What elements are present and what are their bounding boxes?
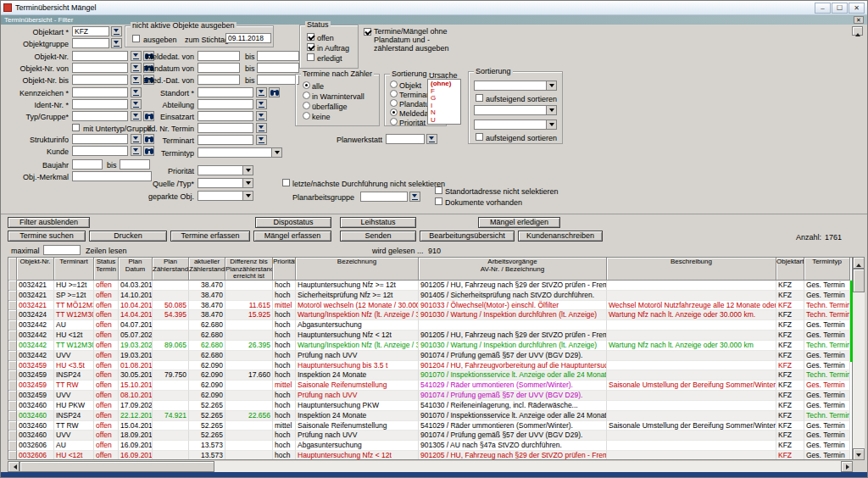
- grid-vertical-scrollbar[interactable]: [853, 257, 865, 460]
- row-selector[interactable]: [8, 351, 17, 361]
- row-selector[interactable]: [8, 310, 17, 320]
- termintyp-select[interactable]: [198, 147, 282, 158]
- scroll-down-icon[interactable]: [853, 448, 865, 460]
- ursache-item[interactable]: U: [431, 117, 458, 125]
- close-icon[interactable]: ✕: [849, 3, 865, 14]
- status-erledigt-checkbox[interactable]: [307, 53, 314, 61]
- meldedat-von-input[interactable]: [198, 51, 240, 61]
- dispostatus-button[interactable]: Dispostatus: [255, 217, 331, 228]
- objektgruppe-input[interactable]: [72, 38, 109, 48]
- grid-column-header[interactable]: Beschreibung: [607, 258, 776, 281]
- table-row[interactable]: 0032424TT W12M30offen14.04.201854.39538.…: [8, 310, 852, 320]
- ursache-listbox[interactable]: (ohne) F G I N U: [427, 79, 461, 125]
- grid-column-header[interactable]: Plan Datum: [119, 258, 153, 281]
- drucken-button[interactable]: Drucken: [89, 231, 167, 242]
- grid-column-header[interactable]: Differenz bis Planzählerstand erreicht i…: [225, 258, 273, 281]
- baujahr-von-input[interactable]: [72, 159, 103, 170]
- filter-ausblenden-button[interactable]: Filter ausblenden: [8, 217, 90, 228]
- status-in-auftrag-checkbox[interactable]: [307, 43, 314, 51]
- planwerkstatt-input[interactable]: [386, 134, 425, 144]
- sort-objekt-radio[interactable]: [390, 81, 398, 88]
- row-selector[interactable]: [8, 331, 17, 341]
- row-selector[interactable]: [8, 421, 17, 431]
- grid-column-header[interactable]: Priorität: [273, 258, 296, 281]
- lfd-nr-termin-dropdown-icon[interactable]: [256, 123, 267, 133]
- erled-dat-bis-input[interactable]: [257, 75, 299, 85]
- table-row[interactable]: 0032459HU <3.5toffen01.08.201862.090hoch…: [8, 361, 852, 371]
- objekt-nr-input[interactable]: [72, 51, 128, 61]
- row-selector[interactable]: [8, 451, 17, 460]
- filter-scroll-up-icon[interactable]: [852, 26, 863, 36]
- row-selector[interactable]: [8, 441, 17, 451]
- horizontal-scroll-thumb[interactable]: [19, 461, 214, 472]
- row-selector[interactable]: [8, 401, 17, 411]
- table-row[interactable]: 0032442UVVoffen19.03.201962.680hochPrüfu…: [8, 351, 852, 361]
- standortadresse-checkbox[interactable]: [435, 186, 442, 194]
- meldedat-bis-input[interactable]: [257, 51, 299, 61]
- scroll-right-icon[interactable]: [841, 461, 853, 472]
- table-row[interactable]: 0032460TT RWoffen15.04.201952.265mittelS…: [8, 421, 852, 431]
- table-row[interactable]: 0032460INSP24offen22.12.201874.92152.265…: [8, 411, 852, 421]
- dokumente-checkbox[interactable]: [435, 197, 442, 205]
- mit-untertyp-checkbox[interactable]: [72, 124, 80, 131]
- row-selector[interactable]: [8, 291, 17, 301]
- table-row[interactable]: 0032606HU <12toffen16.09.201813.573hochH…: [8, 451, 852, 460]
- letzte-naechste-checkbox[interactable]: [282, 179, 290, 186]
- sort-meldedatum-radio[interactable]: [390, 108, 398, 116]
- zaehler-warnintervall-radio[interactable]: [303, 92, 310, 99]
- einsatzart-input[interactable]: [198, 111, 253, 121]
- row-selector[interactable]: [8, 341, 17, 351]
- plandatum-bis-input[interactable]: [257, 63, 299, 73]
- einsatzart-dropdown-icon[interactable]: [256, 111, 267, 121]
- standort-input[interactable]: [198, 87, 253, 97]
- geparkte-obj-select[interactable]: [198, 191, 253, 201]
- standort-search-icon[interactable]: [269, 87, 280, 97]
- objekt-nr-bis-input[interactable]: [72, 75, 128, 85]
- termine-erfassen-button[interactable]: Termine erfassen: [170, 231, 250, 242]
- table-row[interactable]: 0032606AUoffen16.09.201913.573hochAbgasu…: [8, 441, 852, 451]
- standort-dropdown-icon[interactable]: [256, 87, 267, 97]
- lfd-nr-termin-input[interactable]: [198, 123, 253, 133]
- abteilung-dropdown-icon[interactable]: [256, 99, 267, 109]
- row-selector[interactable]: [8, 411, 17, 421]
- grid-column-header[interactable]: Plan Zählerstand: [153, 258, 189, 281]
- grid-column-header[interactable]: Terminart: [54, 258, 94, 281]
- grid-column-header[interactable]: Status Termin: [94, 258, 119, 281]
- row-selector[interactable]: [8, 391, 17, 401]
- sort-level1-asc-checkbox[interactable]: [476, 94, 483, 102]
- status-offen-checkbox[interactable]: [307, 33, 314, 41]
- kunde-input[interactable]: [72, 146, 128, 156]
- table-row[interactable]: 0032421TT MÖ12M30offen10.04.201650.08538…: [8, 301, 852, 311]
- ident-nr-input[interactable]: [72, 99, 128, 109]
- kennzeichen-input[interactable]: [72, 87, 128, 97]
- filter-close-icon[interactable]: ✕: [854, 16, 864, 24]
- typ-gruppe-input[interactable]: [72, 111, 128, 121]
- senden-button[interactable]: Senden: [340, 231, 416, 242]
- grid-column-header[interactable]: Objektart: [776, 258, 804, 281]
- table-row[interactable]: 0032442TT W12M30offen19.03.202089.06562.…: [8, 341, 852, 351]
- row-selector[interactable]: [8, 281, 17, 291]
- scroll-left-icon[interactable]: [8, 461, 19, 472]
- grid-column-header[interactable]: aktueller Zählerstand: [189, 258, 225, 281]
- grid-horizontal-scrollbar[interactable]: [8, 461, 853, 472]
- table-row[interactable]: 0032442HU <12toffen05.07.202062.680hochH…: [8, 331, 852, 341]
- plandatum-von-input[interactable]: [198, 63, 240, 73]
- abteilung-input[interactable]: [198, 99, 253, 109]
- vertical-scroll-thumb[interactable]: [853, 269, 865, 292]
- row-selector[interactable]: [8, 301, 17, 311]
- grid-column-header[interactable]: Termintyp: [804, 258, 850, 281]
- table-row[interactable]: 0032421HU >=12toffen04.03.201938.470hoch…: [8, 281, 852, 291]
- planarbeitsgruppe-dropdown-icon[interactable]: [409, 192, 420, 202]
- erled-dat-von-input[interactable]: [198, 75, 240, 85]
- strukturinfo-input[interactable]: [72, 134, 128, 144]
- row-selector[interactable]: [8, 381, 17, 391]
- objektart-input[interactable]: KFZ: [72, 26, 109, 36]
- objekt-nr-von-input[interactable]: [72, 63, 128, 73]
- row-selector[interactable]: [8, 361, 17, 371]
- table-row[interactable]: 0032460UVVoffen18.09.201952.265hochPrüfu…: [8, 431, 852, 441]
- quelle-typ-select[interactable]: [198, 178, 253, 188]
- stichtag-input[interactable]: 09.11.2018: [225, 33, 271, 43]
- maximal-zeilen-input[interactable]: [43, 245, 81, 255]
- zaehler-alle-radio[interactable]: [303, 81, 310, 89]
- table-row[interactable]: 0032421SP >=12toffen14.10.201938.470hoch…: [8, 291, 852, 301]
